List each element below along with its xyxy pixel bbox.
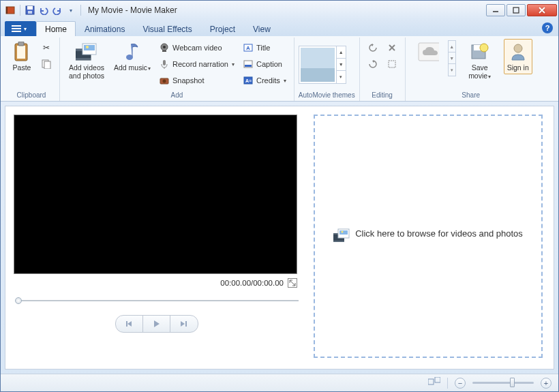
menu-icon — [12, 25, 21, 33]
svg-point-39 — [480, 44, 488, 52]
group-label-add: Add — [64, 90, 290, 101]
copy-button[interactable] — [37, 57, 55, 72]
seek-thumb[interactable] — [15, 297, 22, 304]
tab-animations[interactable]: Animations — [76, 21, 134, 36]
time-display: 00:00.00/00:00.00 — [220, 279, 284, 287]
group-label-share: Share — [410, 90, 532, 101]
credits-icon: A≡ — [243, 75, 254, 86]
webcam-label: Webcam video — [172, 44, 222, 52]
svg-rect-49 — [428, 379, 434, 385]
storyboard-hint: Click here to browse for videos and phot… — [333, 228, 523, 245]
add-music-label: Add music▾ — [114, 64, 151, 72]
redo-icon[interactable] — [52, 5, 63, 16]
add-music-button[interactable]: Add music▾ — [110, 39, 154, 74]
music-note-icon — [121, 41, 143, 63]
tab-home[interactable]: Home — [36, 21, 76, 36]
time-row: 00:00.00/00:00.00 — [14, 274, 300, 295]
qat-separator — [20, 5, 20, 16]
select-all-button[interactable] — [383, 57, 401, 72]
svg-point-28 — [163, 80, 166, 83]
transport-controls — [14, 315, 300, 333]
rotate-left-icon — [367, 42, 378, 53]
minimize-button[interactable] — [486, 4, 505, 16]
maximize-button[interactable] — [507, 4, 526, 16]
tab-visual-effects[interactable]: Visual Effects — [134, 21, 200, 36]
next-frame-button[interactable] — [170, 316, 198, 332]
filmstrip-photo-icon — [333, 228, 350, 245]
svg-rect-8 — [12, 28, 21, 29]
delete-x-icon — [387, 42, 397, 53]
svg-rect-35 — [389, 61, 395, 67]
share-gallery-up-icon[interactable]: ▲ — [449, 41, 455, 52]
file-menu-button[interactable]: ▾ — [5, 21, 36, 36]
svg-point-23 — [163, 46, 166, 48]
svg-rect-50 — [435, 377, 440, 382]
credits-button[interactable]: A≡Credits▾ — [239, 73, 290, 88]
group-label-clipboard: Clipboard — [7, 90, 55, 101]
svg-rect-47 — [339, 230, 348, 235]
tab-view[interactable]: View — [244, 21, 280, 36]
gallery-up-icon[interactable]: ▲ — [337, 46, 346, 59]
svg-rect-9 — [12, 31, 21, 32]
caption-button[interactable]: Caption — [239, 57, 290, 72]
share-gallery-expand-icon[interactable]: ▾ — [449, 64, 455, 76]
play-button[interactable] — [143, 316, 170, 332]
scissors-icon: ✂ — [41, 42, 52, 53]
svg-point-48 — [342, 230, 344, 232]
undo-icon[interactable] — [38, 5, 49, 16]
fullscreen-button[interactable] — [288, 278, 297, 288]
statusbar-separator — [447, 378, 448, 389]
zoom-out-button[interactable]: − — [455, 378, 466, 389]
rotate-right-button[interactable] — [364, 57, 382, 72]
paste-button[interactable]: Paste — [7, 39, 36, 74]
svg-rect-45 — [333, 241, 344, 242]
group-editing: Editing — [360, 37, 406, 101]
cloud-icon — [417, 41, 439, 63]
tab-project[interactable]: Project — [201, 21, 244, 36]
save-movie-button[interactable]: Save movie▾ — [457, 39, 502, 82]
clipboard-icon — [11, 41, 33, 63]
zoom-in-button[interactable]: + — [541, 378, 552, 389]
seek-bar[interactable] — [15, 299, 299, 303]
person-icon — [507, 41, 529, 63]
previous-frame-button[interactable] — [116, 316, 143, 332]
record-narration-button[interactable]: Record narration▾ — [155, 57, 238, 72]
sign-in-label: Sign in — [507, 64, 529, 72]
workspace: 00:00.00/00:00.00 — [5, 106, 554, 370]
app-icon[interactable] — [5, 5, 16, 16]
automovie-theme-gallery[interactable]: ▲ ▼ ▾ — [299, 46, 346, 84]
svg-rect-12 — [18, 42, 24, 46]
add-videos-photos-button[interactable]: Add videos and photos — [64, 39, 109, 82]
close-button[interactable] — [527, 4, 557, 16]
window-controls — [485, 4, 557, 16]
svg-rect-41 — [126, 321, 127, 327]
quick-access-toolbar: ▾ — [2, 5, 82, 16]
gallery-down-icon[interactable]: ▼ — [337, 59, 346, 71]
svg-rect-7 — [12, 25, 21, 27]
group-label-editing: Editing — [364, 90, 401, 101]
share-gallery-down-icon[interactable]: ▼ — [449, 52, 455, 64]
snapshot-button[interactable]: Snapshot — [155, 73, 238, 88]
copy-icon — [41, 59, 52, 70]
play-icon — [153, 320, 160, 328]
thumbnail-size-button[interactable] — [428, 377, 440, 389]
help-button[interactable]: ? — [542, 22, 553, 33]
camera-icon — [159, 75, 170, 86]
gallery-expand-icon[interactable]: ▾ — [337, 71, 346, 82]
thumbnail-icon — [428, 377, 440, 387]
delete-button[interactable] — [383, 40, 401, 55]
cut-button[interactable]: ✂ — [37, 40, 55, 55]
zoom-thumb[interactable] — [510, 378, 515, 387]
title-button[interactable]: ATitle — [239, 40, 290, 55]
zoom-slider[interactable] — [472, 382, 534, 384]
qat-customize-icon[interactable]: ▾ — [65, 5, 76, 16]
svg-point-40 — [514, 44, 522, 52]
storyboard-dropzone[interactable]: Click here to browse for videos and phot… — [314, 115, 543, 358]
title-label: Title — [256, 44, 270, 52]
rotate-left-button[interactable] — [364, 40, 382, 55]
webcam-video-button[interactable]: Webcam video — [155, 40, 238, 55]
save-icon[interactable] — [25, 5, 35, 16]
seek-track — [20, 300, 299, 301]
sign-in-button[interactable]: Sign in — [504, 39, 532, 74]
share-cloud-button[interactable] — [410, 39, 447, 65]
